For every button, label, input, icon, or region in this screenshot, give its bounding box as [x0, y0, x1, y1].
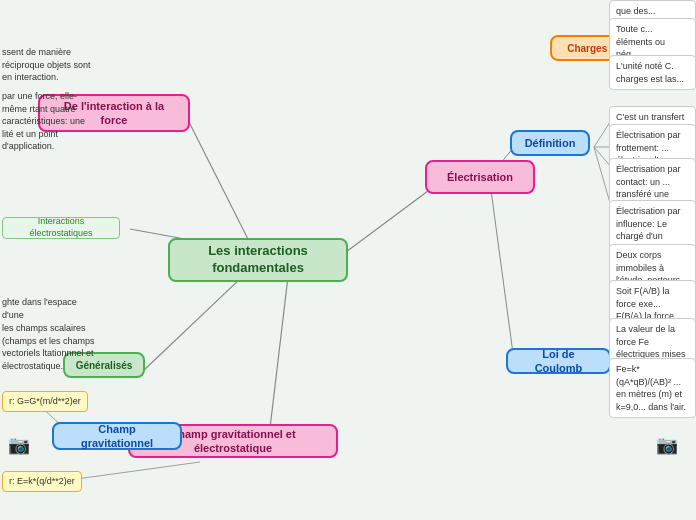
svg-line-2 — [270, 260, 290, 428]
node-definition[interactable]: Définition — [510, 130, 590, 156]
node-champ-grav[interactable]: Champ gravitationnel — [52, 422, 182, 450]
formula-grav-text: r: G=G*(m/d**2)er — [9, 396, 81, 406]
camera-left-icon: 📷 — [8, 434, 30, 456]
central-node-label: Les interactions fondamentales — [180, 243, 336, 277]
svg-line-6 — [491, 190, 514, 361]
node-champ-grav-label: Champ gravitationnel — [64, 422, 170, 451]
left-text-4: les champs scalaires (champs et les cham… — [2, 322, 97, 372]
node-loi-coulomb-label: Loi de Coulomb — [518, 347, 599, 376]
left-text-3: ghte dans l'espace d'une — [2, 296, 97, 321]
central-node[interactable]: Les interactions fondamentales — [168, 238, 348, 282]
node-interactions-electro-label: Interactions électrostatiques — [10, 216, 112, 239]
svg-line-0 — [188, 120, 256, 255]
node-definition-label: Définition — [525, 136, 576, 150]
camera-right-icon: 📷 — [656, 434, 678, 456]
camera-left[interactable]: 📷 — [4, 430, 34, 460]
camera-right[interactable]: 📷 — [652, 430, 682, 460]
svg-line-1 — [346, 185, 436, 252]
info-top-right-text: que des... — [616, 6, 656, 16]
info-charges-1-text: Toute c... éléments ou nég... — [616, 24, 665, 59]
node-electrisation-label: Électrisation — [447, 170, 513, 184]
node-interactions-electro[interactable]: Interactions électrostatiques — [2, 217, 120, 239]
info-unite: L'unité noté C. charges est las... — [609, 55, 696, 90]
left-text-2-span: par une force, elle-même rtant quatre ca… — [2, 91, 85, 151]
formula-grav: r: G=G*(m/d**2)er — [2, 391, 88, 412]
node-electrisation[interactable]: Électrisation — [425, 160, 535, 194]
info-fe-text: Fe=k*(qA*qB)/(AB)² ... en mètres (m) et … — [616, 364, 686, 412]
left-text-1-span: ssent de manière réciproque objets sont … — [2, 47, 91, 82]
formula-elec: r: E=k*(q/d**2)er — [2, 471, 82, 492]
formula-elec-text: r: E=k*(q/d**2)er — [9, 476, 75, 486]
left-text-2: par une force, elle-même rtant quatre ca… — [2, 90, 97, 153]
left-text-1: ssent de manière réciproque objets sont … — [2, 46, 97, 84]
node-loi-coulomb[interactable]: Loi de Coulomb — [506, 348, 611, 374]
info-fe: Fe=k*(qA*qB)/(AB)² ... en mètres (m) et … — [609, 358, 696, 418]
mindmap-canvas: Les interactions fondamentales De l'inte… — [0, 0, 696, 520]
left-text-3-span: ghte dans l'espace d'une — [2, 297, 77, 320]
info-unite-text: L'unité noté C. charges est las... — [616, 61, 684, 84]
left-text-4-span: les champs scalaires (champs et les cham… — [2, 323, 95, 371]
